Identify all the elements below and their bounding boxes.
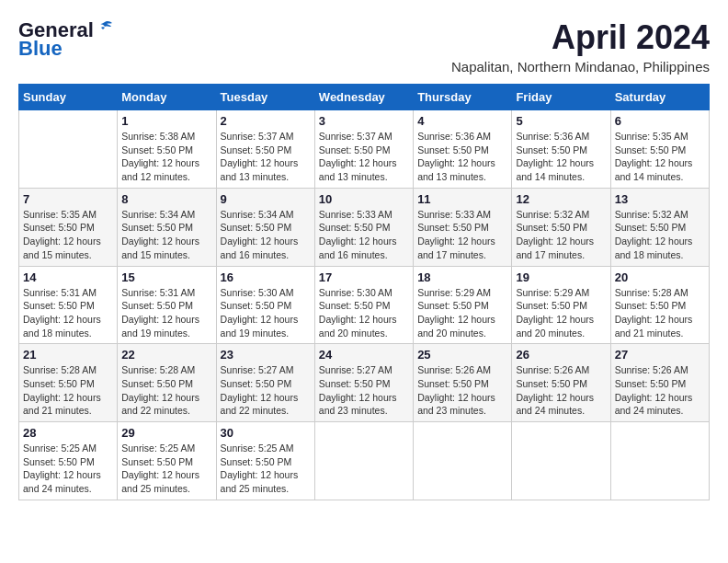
day-info: Sunrise: 5:28 AM Sunset: 5:50 PM Dayligh… — [121, 363, 211, 418]
day-info: Sunrise: 5:31 AM Sunset: 5:50 PM Dayligh… — [121, 286, 211, 340]
day-number: 22 — [121, 348, 211, 362]
calendar-cell: 5Sunrise: 5:36 AM Sunset: 5:50 PM Daylig… — [512, 110, 610, 189]
day-info: Sunrise: 5:33 AM Sunset: 5:50 PM Dayligh… — [417, 208, 507, 262]
weekday-header-tuesday: Tuesday — [216, 85, 314, 110]
calendar-cell: 22Sunrise: 5:28 AM Sunset: 5:50 PM Dayli… — [118, 344, 216, 422]
calendar-cell: 26Sunrise: 5:26 AM Sunset: 5:50 PM Dayli… — [512, 344, 610, 422]
calendar-week-2: 7Sunrise: 5:35 AM Sunset: 5:50 PM Daylig… — [19, 188, 710, 266]
calendar-cell: 14Sunrise: 5:31 AM Sunset: 5:50 PM Dayli… — [19, 266, 118, 344]
calendar-cell: 20Sunrise: 5:28 AM Sunset: 5:50 PM Dayli… — [610, 266, 709, 344]
calendar-cell: 30Sunrise: 5:25 AM Sunset: 5:50 PM Dayli… — [216, 422, 314, 500]
day-info: Sunrise: 5:28 AM Sunset: 5:50 PM Dayligh… — [615, 286, 705, 340]
day-info: Sunrise: 5:35 AM Sunset: 5:50 PM Dayligh… — [615, 130, 705, 184]
calendar-cell — [414, 422, 512, 500]
day-number: 12 — [516, 192, 606, 206]
day-info: Sunrise: 5:30 AM Sunset: 5:50 PM Dayligh… — [319, 286, 409, 340]
day-number: 3 — [319, 114, 409, 128]
day-info: Sunrise: 5:25 AM Sunset: 5:50 PM Dayligh… — [23, 442, 113, 496]
calendar-cell: 11Sunrise: 5:33 AM Sunset: 5:50 PM Dayli… — [414, 188, 512, 266]
calendar-cell: 9Sunrise: 5:34 AM Sunset: 5:50 PM Daylig… — [216, 188, 314, 266]
day-number: 24 — [319, 348, 409, 362]
calendar-cell: 27Sunrise: 5:26 AM Sunset: 5:50 PM Dayli… — [610, 344, 709, 422]
calendar-cell: 21Sunrise: 5:28 AM Sunset: 5:50 PM Dayli… — [19, 344, 118, 422]
calendar-cell: 15Sunrise: 5:31 AM Sunset: 5:50 PM Dayli… — [118, 266, 216, 344]
location-subtitle: Napalitan, Northern Mindanao, Philippine… — [451, 59, 710, 75]
logo-bird-icon — [96, 20, 114, 37]
calendar-cell: 2Sunrise: 5:37 AM Sunset: 5:50 PM Daylig… — [216, 110, 314, 189]
calendar-cell — [512, 422, 610, 500]
day-info: Sunrise: 5:37 AM Sunset: 5:50 PM Dayligh… — [319, 130, 409, 184]
day-info: Sunrise: 5:29 AM Sunset: 5:50 PM Dayligh… — [516, 286, 606, 340]
calendar-cell: 7Sunrise: 5:35 AM Sunset: 5:50 PM Daylig… — [19, 188, 118, 266]
day-number: 9 — [221, 192, 311, 206]
day-number: 28 — [23, 426, 113, 440]
day-number: 16 — [221, 270, 311, 284]
page-header: General Blue April 2024 Napalitan, North… — [18, 18, 710, 75]
calendar-cell: 19Sunrise: 5:29 AM Sunset: 5:50 PM Dayli… — [512, 266, 610, 344]
calendar-cell: 29Sunrise: 5:25 AM Sunset: 5:50 PM Dayli… — [118, 422, 216, 500]
calendar-cell: 12Sunrise: 5:32 AM Sunset: 5:50 PM Dayli… — [512, 188, 610, 266]
day-info: Sunrise: 5:34 AM Sunset: 5:50 PM Dayligh… — [121, 208, 211, 262]
day-number: 17 — [319, 270, 409, 284]
day-number: 5 — [516, 114, 606, 128]
day-info: Sunrise: 5:25 AM Sunset: 5:50 PM Dayligh… — [221, 442, 311, 496]
day-number: 11 — [417, 192, 507, 206]
day-info: Sunrise: 5:27 AM Sunset: 5:50 PM Dayligh… — [319, 363, 409, 418]
day-number: 29 — [121, 426, 211, 440]
day-number: 8 — [121, 192, 211, 206]
day-info: Sunrise: 5:34 AM Sunset: 5:50 PM Dayligh… — [221, 208, 311, 262]
calendar-cell: 13Sunrise: 5:32 AM Sunset: 5:50 PM Dayli… — [610, 188, 709, 266]
day-number: 14 — [23, 270, 113, 284]
calendar-cell: 4Sunrise: 5:36 AM Sunset: 5:50 PM Daylig… — [414, 110, 512, 189]
calendar-cell: 18Sunrise: 5:29 AM Sunset: 5:50 PM Dayli… — [414, 266, 512, 344]
calendar-cell: 17Sunrise: 5:30 AM Sunset: 5:50 PM Dayli… — [314, 266, 413, 344]
day-info: Sunrise: 5:26 AM Sunset: 5:50 PM Dayligh… — [615, 363, 705, 418]
day-info: Sunrise: 5:26 AM Sunset: 5:50 PM Dayligh… — [417, 363, 507, 418]
day-number: 10 — [319, 192, 409, 206]
day-number: 6 — [615, 114, 705, 128]
calendar-cell: 16Sunrise: 5:30 AM Sunset: 5:50 PM Dayli… — [216, 266, 314, 344]
day-number: 15 — [121, 270, 211, 284]
day-info: Sunrise: 5:38 AM Sunset: 5:50 PM Dayligh… — [121, 130, 211, 184]
month-title: April 2024 — [451, 18, 710, 57]
day-info: Sunrise: 5:27 AM Sunset: 5:50 PM Dayligh… — [221, 363, 311, 418]
day-number: 27 — [615, 348, 705, 362]
calendar-cell: 3Sunrise: 5:37 AM Sunset: 5:50 PM Daylig… — [314, 110, 413, 189]
day-info: Sunrise: 5:29 AM Sunset: 5:50 PM Dayligh… — [417, 286, 507, 340]
title-section: April 2024 Napalitan, Northern Mindanao,… — [451, 18, 710, 75]
day-number: 30 — [221, 426, 311, 440]
day-info: Sunrise: 5:36 AM Sunset: 5:50 PM Dayligh… — [417, 130, 507, 184]
day-number: 4 — [417, 114, 507, 128]
logo-blue: Blue — [18, 37, 63, 61]
day-number: 1 — [121, 114, 211, 128]
calendar-cell — [314, 422, 413, 500]
weekday-header-wednesday: Wednesday — [314, 85, 413, 110]
day-number: 21 — [23, 348, 113, 362]
day-number: 19 — [516, 270, 606, 284]
calendar-cell — [19, 110, 118, 189]
calendar-cell: 8Sunrise: 5:34 AM Sunset: 5:50 PM Daylig… — [118, 188, 216, 266]
day-info: Sunrise: 5:33 AM Sunset: 5:50 PM Dayligh… — [319, 208, 409, 262]
calendar-cell: 25Sunrise: 5:26 AM Sunset: 5:50 PM Dayli… — [414, 344, 512, 422]
day-info: Sunrise: 5:35 AM Sunset: 5:50 PM Dayligh… — [23, 208, 113, 262]
calendar-cell — [610, 422, 709, 500]
day-info: Sunrise: 5:28 AM Sunset: 5:50 PM Dayligh… — [23, 363, 113, 418]
calendar-week-3: 14Sunrise: 5:31 AM Sunset: 5:50 PM Dayli… — [19, 266, 710, 344]
day-number: 7 — [23, 192, 113, 206]
calendar-week-5: 28Sunrise: 5:25 AM Sunset: 5:50 PM Dayli… — [19, 422, 710, 500]
weekday-header-monday: Monday — [118, 85, 216, 110]
calendar-cell: 6Sunrise: 5:35 AM Sunset: 5:50 PM Daylig… — [610, 110, 709, 189]
day-info: Sunrise: 5:30 AM Sunset: 5:50 PM Dayligh… — [221, 286, 311, 340]
weekday-header-friday: Friday — [512, 85, 610, 110]
calendar-cell: 23Sunrise: 5:27 AM Sunset: 5:50 PM Dayli… — [216, 344, 314, 422]
calendar-week-1: 1Sunrise: 5:38 AM Sunset: 5:50 PM Daylig… — [19, 110, 710, 189]
day-number: 2 — [221, 114, 311, 128]
day-number: 20 — [615, 270, 705, 284]
day-number: 23 — [221, 348, 311, 362]
day-number: 13 — [615, 192, 705, 206]
day-number: 26 — [516, 348, 606, 362]
logo: General Blue — [18, 18, 114, 61]
day-number: 18 — [417, 270, 507, 284]
day-info: Sunrise: 5:37 AM Sunset: 5:50 PM Dayligh… — [221, 130, 311, 184]
weekday-header-thursday: Thursday — [414, 85, 512, 110]
